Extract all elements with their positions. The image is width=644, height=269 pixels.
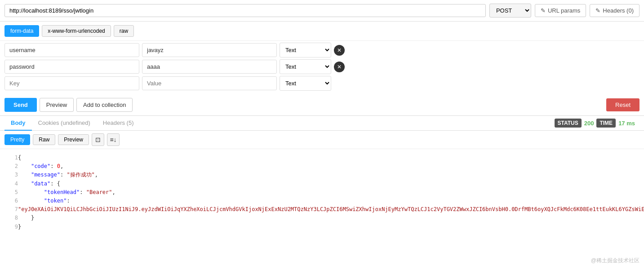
url-params-button[interactable]: ✎ URL params (535, 4, 586, 17)
code-line-3: 3 "message": "操作成功", (4, 171, 644, 179)
key-input-empty[interactable] (4, 76, 139, 90)
send-button[interactable]: Send (4, 98, 37, 112)
format-bar: Pretty Raw Preview ⊡ ≡↓ (0, 131, 644, 149)
code-line-1: 1 { (4, 154, 644, 162)
tab-headers[interactable]: Headers (5) (97, 116, 140, 131)
body-type-tabs: form-data x-www-form-urlencoded raw (0, 22, 644, 41)
code-line-8: 8 } (4, 214, 644, 222)
tab-urlencoded[interactable]: x-www-form-urlencoded (42, 25, 111, 37)
code-line-7: 7 "eyJ0eXAiOiJKV1QiLCJhbGciOiJIUzI1NiJ9.… (4, 205, 644, 214)
form-row-password: Text File (4, 59, 640, 74)
type-select-empty[interactable]: Text File (280, 76, 331, 91)
remove-username-button[interactable] (334, 45, 345, 56)
tab-raw[interactable]: raw (114, 25, 134, 37)
action-bar: Send Preview Add to collection Reset (0, 94, 644, 116)
remove-password-button[interactable] (334, 62, 345, 72)
key-input-password[interactable] (4, 60, 139, 74)
preview-button[interactable]: Preview (40, 98, 74, 112)
key-input-username[interactable] (4, 43, 139, 57)
response-tabs: Body Cookies (undefined) Headers (5) STA… (0, 116, 644, 131)
value-input-username[interactable] (142, 43, 277, 57)
method-select[interactable]: POST GET PUT DELETE PATCH (489, 4, 531, 18)
tab-cookies[interactable]: Cookies (undefined) (32, 116, 97, 131)
type-select-password[interactable]: Text File (280, 59, 331, 74)
code-area: 1 { 2 "code": 0, 3 "message": "操作成功", 4 … (0, 149, 644, 236)
form-area: Text File Text File Text File (0, 41, 644, 94)
time-badge: TIME (596, 119, 616, 128)
status-code: 200 (584, 120, 594, 127)
code-line-4: 4 "data": { (4, 180, 644, 188)
format-icon[interactable]: ≡↓ (107, 133, 120, 146)
form-row-username: Text File (4, 43, 640, 57)
type-select-username[interactable]: Text File (280, 43, 331, 57)
time-value: 17 ms (618, 120, 635, 127)
reset-button[interactable]: Reset (606, 98, 640, 111)
code-line-6: 6 "token": (4, 197, 644, 205)
headers-icon: ✎ (595, 7, 600, 14)
code-line-9: 9 } (4, 223, 644, 231)
status-badge: STATUS (555, 119, 582, 128)
form-row-empty: Text File (4, 76, 640, 91)
format-preview-button[interactable]: Preview (58, 134, 89, 145)
format-raw-button[interactable]: Raw (33, 134, 55, 145)
code-line-2: 2 "code": 0, (4, 162, 644, 171)
format-pretty-button[interactable]: Pretty (4, 134, 30, 145)
headers-button[interactable]: ✎ Headers (0) (590, 4, 640, 17)
url-params-icon: ✎ (541, 7, 546, 14)
tab-form-data[interactable]: form-data (4, 25, 39, 37)
add-to-collection-button[interactable]: Add to collection (76, 98, 133, 112)
value-input-password[interactable] (142, 60, 277, 74)
action-left: Send Preview Add to collection (4, 98, 133, 112)
url-input[interactable] (4, 4, 486, 17)
code-line-5: 5 "tokenHead": "Bearer", (4, 188, 644, 197)
url-bar: POST GET PUT DELETE PATCH ✎ URL params ✎… (0, 0, 644, 22)
value-input-empty[interactable] (142, 76, 277, 90)
status-bar: STATUS 200 TIME 17 ms (555, 119, 640, 128)
tab-body[interactable]: Body (4, 116, 32, 131)
copy-icon[interactable]: ⊡ (92, 133, 104, 146)
